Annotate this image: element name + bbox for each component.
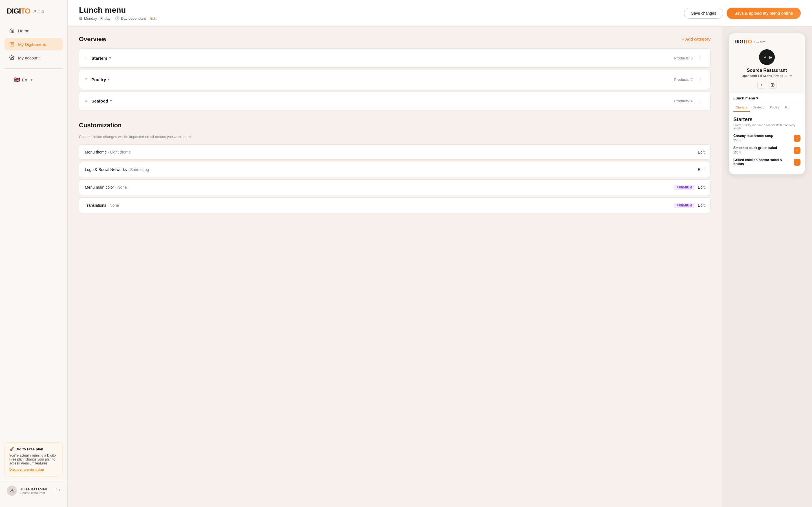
phone-logo: DIGITO メニュー	[734, 39, 799, 45]
user-restaurant: Source restaurant	[20, 491, 52, 495]
menu-color-edit-button[interactable]: Edit	[698, 185, 705, 189]
phone-mockup: DIGITO メニュー ⊕ ⊕ Source Restaurant Open u…	[729, 33, 805, 174]
instagram-icon[interactable]	[769, 81, 776, 89]
free-plan-title: 🚀 Digito Free plan	[9, 447, 58, 451]
add-category-button[interactable]: + Add category	[682, 37, 711, 41]
logo-social-label: Logo & Social Networks	[85, 167, 127, 172]
phone-logo-jp: メニュー	[753, 40, 765, 44]
calendar-icon: 🗓	[79, 16, 83, 20]
schedule-meta: 🗓 Monday - Friday	[79, 16, 110, 20]
table-row: ≡ Poultry ▾ Products: 2 ⋮	[79, 70, 711, 89]
page-title: Lunch menu	[79, 6, 157, 15]
chevron-down-icon: ▾	[756, 96, 758, 100]
customization-list: Menu theme · Light theme Edit Logo & Soc…	[79, 145, 711, 213]
content-area: Overview + Add category ≡ Starters ▾ Pro…	[68, 26, 812, 507]
more-options-icon[interactable]: ⋮	[697, 97, 705, 105]
phone-tab-starters[interactable]: Starters	[733, 103, 750, 112]
products-count-poultry: Products: 2	[674, 77, 693, 82]
sidebar-item-digitomenu-label: My Digitomenu	[18, 42, 46, 47]
rocket-icon: 🚀	[9, 447, 14, 451]
menu-theme-label: Menu theme	[85, 150, 107, 154]
logo-social-value: · Source.jpg	[128, 167, 149, 172]
customization-header: Customization	[79, 122, 711, 129]
add-product-button[interactable]: +	[794, 135, 801, 142]
chevron-down-icon: ▾	[31, 77, 33, 82]
list-item: Smocked duck green salad 150円 +	[733, 146, 801, 155]
sidebar: DIGITO メニュー Home My Digitomenu My accoun…	[0, 0, 68, 507]
category-name-seafood: Seafood ▾	[91, 99, 111, 103]
more-options-icon[interactable]: ⋮	[697, 54, 705, 62]
products-count-starters: Products: 3	[674, 56, 693, 60]
menu-color-label: Menu main color	[85, 185, 114, 189]
social-icons: f	[734, 81, 799, 89]
save-changes-button[interactable]: Save changes	[684, 8, 723, 18]
discover-premium-link[interactable]: Discover premium plan	[9, 467, 44, 471]
nav-section: Home My Digitomenu My account 🇬🇧 En ▾	[0, 24, 67, 438]
facebook-icon[interactable]: f	[757, 81, 765, 89]
drag-handle-icon[interactable]: ≡	[85, 77, 87, 82]
sidebar-item-home-label: Home	[18, 29, 29, 33]
translations-label: Translations	[85, 203, 106, 208]
table-row: ≡ Seafood ▾ Products: 4 ⋮	[79, 91, 711, 110]
clock-icon: 🕐	[115, 16, 119, 20]
list-item: Grilled chicken caesar salad & brutus +	[733, 158, 801, 166]
customization-section: Customization Customization changes will…	[79, 122, 711, 213]
menu-theme-edit-button[interactable]: Edit	[698, 150, 705, 154]
sidebar-item-digitomenu[interactable]: My Digitomenu	[4, 38, 63, 50]
products-count-seafood: Products: 4	[674, 99, 693, 103]
overview-title: Overview	[79, 36, 107, 43]
add-product-button[interactable]: +	[794, 147, 801, 154]
header-meta: 🗓 Monday - Friday 🕐 Day dependant Edit	[79, 16, 157, 20]
sidebar-item-account[interactable]: My account	[4, 52, 63, 64]
header-edit-link[interactable]: Edit	[150, 16, 156, 20]
drag-handle-icon[interactable]: ≡	[85, 98, 87, 103]
menu-theme-value: · Light theme	[108, 150, 131, 154]
phone-menu-selector[interactable]: Lunch menu ▾	[729, 93, 805, 103]
add-product-button[interactable]: +	[794, 159, 801, 166]
user-name: Jules Bassoleil	[20, 487, 52, 491]
table-row: ≡ Starters ▾ Products: 3 ⋮	[79, 48, 711, 68]
svg-point-10	[772, 84, 773, 86]
phone-tab-poultry[interactable]: Poultry	[767, 103, 782, 112]
main-area: Lunch menu 🗓 Monday - Friday 🕐 Day depen…	[68, 0, 812, 507]
restaurant-avatar: ⊕ ⊕	[759, 49, 775, 65]
phone-tab-seafood[interactable]: Seafood	[750, 103, 767, 112]
svg-text:⊕: ⊕	[764, 56, 766, 59]
free-plan-box: 🚀 Digito Free plan You're actually runni…	[4, 442, 63, 476]
phone-content: Starters Sweat or salty, we have a speci…	[729, 112, 805, 174]
list-item: Logo & Social Networks · Source.jpg Edit	[79, 162, 711, 177]
chevron-down-icon: ▾	[108, 77, 109, 81]
free-plan-desc: You're actually running a Digito Free pl…	[9, 453, 58, 465]
more-options-icon[interactable]: ⋮	[697, 75, 705, 83]
menu-icon	[9, 41, 15, 47]
category-list: ≡ Starters ▾ Products: 3 ⋮ ≡ Poultry ▾ P…	[79, 48, 711, 110]
list-item: Creamy mushroom soup 350円 +	[733, 134, 801, 143]
preview-panel: DIGITO メニュー ⊕ ⊕ Source Restaurant Open u…	[722, 26, 812, 507]
chevron-down-icon: ▾	[110, 99, 112, 103]
menu-color-value: · None	[115, 185, 127, 189]
svg-point-4	[11, 57, 13, 59]
restaurant-name: Source Restaurant	[734, 68, 799, 73]
sidebar-item-account-label: My account	[18, 55, 40, 60]
drag-handle-icon[interactable]: ≡	[85, 55, 87, 61]
flag-icon: 🇬🇧	[13, 76, 20, 83]
avatar	[7, 486, 17, 496]
logo-social-edit-button[interactable]: Edit	[698, 167, 705, 172]
user-area: Jules Bassoleil Source restaurant	[0, 481, 67, 500]
phone-tab-more[interactable]: P…	[782, 103, 793, 112]
category-name-starters: Starters ▾	[91, 56, 111, 61]
customization-desc: Customization changes will be impacted o…	[79, 135, 711, 139]
translations-value: · None	[107, 203, 119, 208]
upload-menu-button[interactable]: Save & upload my menu online	[726, 8, 801, 19]
language-selector[interactable]: 🇬🇧 En ▾	[4, 73, 63, 86]
svg-rect-9	[771, 83, 774, 87]
header: Lunch menu 🗓 Monday - Friday 🕐 Day depen…	[68, 0, 812, 26]
category-name-poultry: Poultry ▾	[91, 77, 109, 82]
sidebar-item-home[interactable]: Home	[4, 24, 63, 37]
translations-edit-button[interactable]: Edit	[698, 203, 705, 208]
logout-icon[interactable]	[56, 488, 61, 494]
premium-badge: PREMIUM	[674, 203, 694, 208]
pricing-meta: 🕐 Day dependant	[115, 16, 146, 20]
language-code: En	[22, 77, 27, 82]
restaurant-hours: Open until 14PM and 7PM to 11PM	[734, 74, 799, 77]
